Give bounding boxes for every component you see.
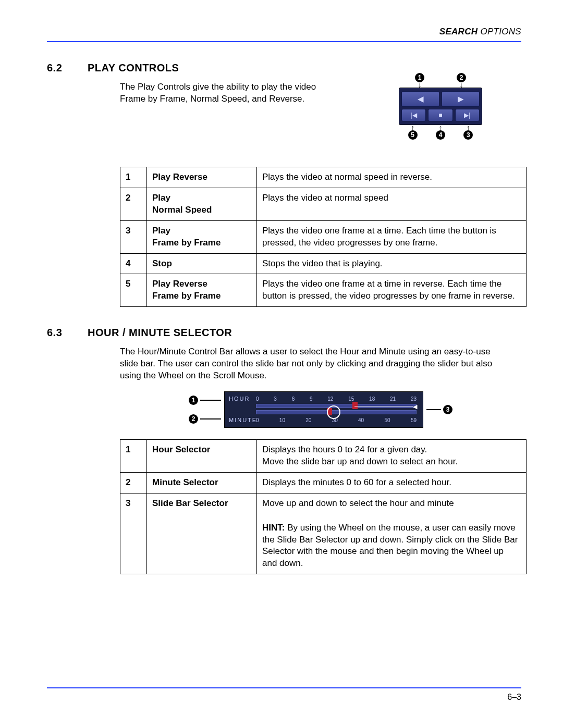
page-footer: 6–3 xyxy=(47,687,521,703)
tick: 50 xyxy=(384,417,390,424)
arrow-down-icon: ↓ xyxy=(460,82,463,88)
row-desc: Displays the minutes 0 to 60 for a selec… xyxy=(257,472,527,493)
forward-frame-button[interactable]: ▶| xyxy=(455,109,480,121)
selector-highlight-icon xyxy=(327,405,340,419)
tick: 3 xyxy=(274,396,277,403)
row-name: Stop xyxy=(147,253,257,274)
header-bold: SEARCH xyxy=(439,27,478,36)
play-controls-diagram: 1↓ 2↓ ◀ ▶ |◀ ■ ▶| ↑5 ↑4 ↑3 xyxy=(399,73,482,140)
row-name: Hour Selector xyxy=(147,439,257,472)
hour-label: HOUR xyxy=(229,395,256,403)
tick: 0 xyxy=(256,417,259,424)
row-number: 1 xyxy=(120,439,147,472)
tick: 21 xyxy=(390,396,396,403)
tick: 12 xyxy=(327,396,333,403)
slide-arrow-icon: ◀ xyxy=(354,403,417,411)
tick: 0 xyxy=(256,396,259,403)
hint-text: HINT: By using the Wheel on the mouse, a… xyxy=(262,523,518,569)
row-desc: Move up and down to select the hour and … xyxy=(257,493,527,574)
hour-minute-intro: The Hour/Minute Control Bar allows a use… xyxy=(120,346,495,382)
table-row: 3 Play Frame by Frame Plays the video on… xyxy=(120,220,527,253)
row-name: Minute Selector xyxy=(147,472,257,493)
row-name: Play Reverse xyxy=(147,167,257,188)
row-desc: Plays the video one frame at a time. Eac… xyxy=(257,220,527,253)
play-reverse-button[interactable]: ◀ xyxy=(401,91,439,107)
minute-track[interactable] xyxy=(256,410,417,414)
row-desc: Stops the video that is playing. xyxy=(257,253,527,274)
tick: 6 xyxy=(292,396,295,403)
arrow-up-icon: ↑ xyxy=(438,125,442,130)
table-row: 3 Slide Bar Selector Move up and down to… xyxy=(120,493,527,574)
bottom-rule xyxy=(47,687,521,688)
tick: 9 xyxy=(310,396,313,403)
table-row: 2 Play Normal Speed Plays the video at n… xyxy=(120,188,527,220)
table-row: 1 Hour Selector Displays the hours 0 to … xyxy=(120,439,527,472)
row-number: 3 xyxy=(120,220,147,253)
callout-1: 1 xyxy=(189,396,198,405)
arrow-up-icon: ↑ xyxy=(467,125,470,130)
page-header: SEARCH OPTIONS xyxy=(47,26,521,38)
section-title: HOUR / MINUTE SELECTOR xyxy=(88,326,232,340)
callout-3: 3 xyxy=(443,405,452,414)
row-desc: Displays the hours 0 to 24 for a given d… xyxy=(257,439,527,472)
row-number: 2 xyxy=(120,188,147,220)
tick: 40 xyxy=(358,417,364,424)
section-6-3-heading: 6.3 HOUR / MINUTE SELECTOR xyxy=(47,326,521,340)
row-desc: Plays the video one frame at a time in r… xyxy=(257,274,527,307)
arrow-up-icon: ↑ xyxy=(411,125,414,130)
row-name: Slide Bar Selector xyxy=(147,493,257,574)
row-number: 3 xyxy=(120,493,147,574)
tick: 20 xyxy=(305,417,311,424)
tick: 59 xyxy=(411,417,417,424)
table-row: 1 Play Reverse Plays the video at normal… xyxy=(120,167,527,188)
play-controls-table: 1 Play Reverse Plays the video at normal… xyxy=(120,167,527,307)
section-number: 6.2 xyxy=(47,61,73,75)
row-name: Play Reverse Frame by Frame xyxy=(147,274,257,307)
row-name: Play Frame by Frame xyxy=(147,220,257,253)
row-desc-text: Move up and down to select the hour and … xyxy=(262,498,454,508)
stop-button[interactable]: ■ xyxy=(428,109,452,121)
top-rule xyxy=(47,41,521,42)
row-name: Play Normal Speed xyxy=(147,188,257,220)
row-number: 2 xyxy=(120,472,147,493)
callout-4: 4 xyxy=(436,130,445,140)
row-number: 1 xyxy=(120,167,147,188)
callout-line-icon xyxy=(200,400,221,401)
tick: 18 xyxy=(369,396,375,403)
page-number: 6–3 xyxy=(47,692,521,703)
callout-2: 2 xyxy=(189,414,198,424)
hour-minute-bar[interactable]: HOUR 0 3 6 9 12 15 18 21 23 ◀ xyxy=(224,391,423,428)
table-row: 5 Play Reverse Frame by Frame Plays the … xyxy=(120,274,527,307)
callout-line-icon xyxy=(426,409,441,410)
row-desc: Plays the video at normal speed in rever… xyxy=(257,167,527,188)
row-number: 4 xyxy=(120,253,147,274)
hint-label: HINT: xyxy=(262,523,285,533)
minute-label: MINUTE xyxy=(229,416,256,424)
reverse-frame-button[interactable]: |◀ xyxy=(401,109,426,121)
hour-minute-table: 1 Hour Selector Displays the hours 0 to … xyxy=(120,439,527,575)
play-button[interactable]: ▶ xyxy=(442,91,480,107)
callout-5: 5 xyxy=(408,130,418,140)
table-row: 2 Minute Selector Displays the minutes 0… xyxy=(120,472,527,493)
play-control-panel: ◀ ▶ |◀ ■ ▶| xyxy=(399,88,482,125)
play-controls-intro: The Play Controls give the ability to pl… xyxy=(120,81,328,105)
table-row: 4 Stop Stops the video that is playing. xyxy=(120,253,527,274)
header-rest: OPTIONS xyxy=(478,27,521,36)
tick: 23 xyxy=(411,396,417,403)
row-number: 5 xyxy=(120,274,147,307)
section-number: 6.3 xyxy=(47,326,73,340)
tick: 10 xyxy=(279,417,285,424)
callout-3: 3 xyxy=(463,130,473,140)
hint-body: By using the Wheel on the mouse, a user … xyxy=(262,523,518,569)
hour-ticks: 0 3 6 9 12 15 18 21 23 xyxy=(256,396,417,403)
callout-line-icon xyxy=(200,418,221,419)
section-title: PLAY CONTROLS xyxy=(88,61,179,75)
row-desc: Plays the video at normal speed xyxy=(257,188,527,220)
arrow-down-icon: ↓ xyxy=(418,82,422,88)
hour-minute-diagram: 1 2 HOUR 0 3 6 9 12 15 18 21 23 xyxy=(120,391,521,428)
